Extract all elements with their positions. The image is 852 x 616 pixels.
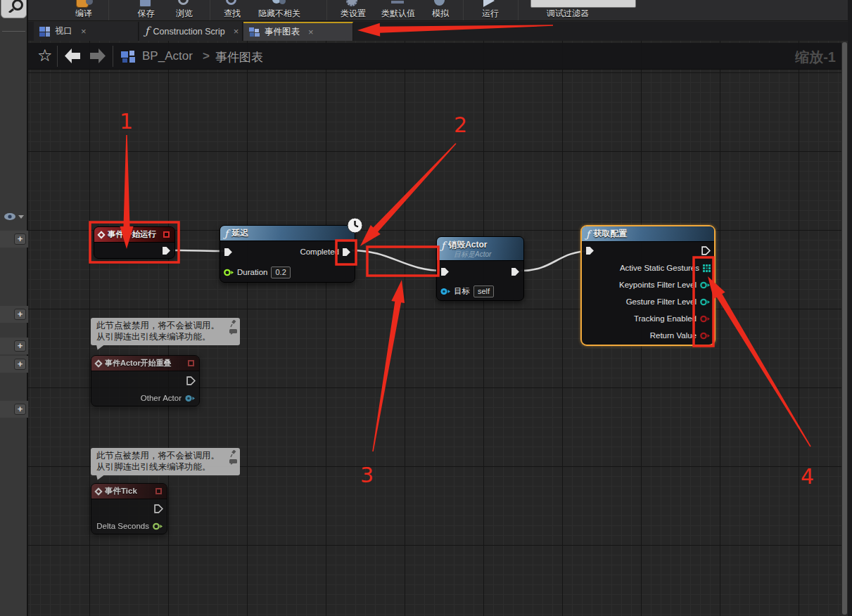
pin-label-delta-seconds: Delta Seconds	[96, 522, 149, 530]
object-pin-icon[interactable]	[185, 394, 196, 402]
duration-value-field[interactable]: 0.2	[271, 267, 290, 278]
toolbar-separator	[210, 0, 210, 21]
blueprint-editor-window: + + + + + 编译 保存 浏览 查找	[0, 0, 852, 616]
find-button[interactable]: 查找	[214, 0, 250, 21]
simulate-button[interactable]: 模拟	[422, 0, 459, 21]
functions-section-band: +	[0, 306, 28, 323]
note-line: 此节点被禁用，将不会被调用。	[96, 320, 222, 331]
comment-bubble-icon[interactable]	[229, 459, 237, 465]
node-delay[interactable]: ƒ 延迟 Completed Duration	[220, 225, 355, 283]
macros-section-band: +	[0, 338, 28, 354]
comment-bubble-icon[interactable]	[229, 329, 237, 335]
node-header: ƒ 获取配置	[582, 226, 714, 242]
debug-filter-dropdown[interactable]: 调试过滤器	[529, 0, 606, 21]
note-line: 从引脚连出引线来编译功能。	[96, 331, 222, 342]
completed-exec-out-pin[interactable]	[342, 248, 351, 257]
class-settings-button[interactable]: 类设置	[332, 0, 374, 21]
exec-out-pin[interactable]	[511, 267, 520, 276]
tab-label: 事件图表	[265, 26, 300, 38]
separator	[57, 46, 58, 67]
compile-button[interactable]: 编译	[62, 0, 106, 21]
event-icon	[97, 231, 105, 238]
exec-out-pin[interactable]	[162, 246, 171, 255]
compile-icon-gear	[86, 0, 93, 5]
add-function-button[interactable]: +	[14, 309, 26, 320]
tab-viewport[interactable]: 视口 ×	[34, 22, 139, 41]
node-destroy-actor[interactable]: ƒ 销毁Actor 目标是Actor 目标 self	[436, 236, 524, 301]
browse-button[interactable]: 浏览	[166, 0, 203, 21]
add-variable-button[interactable]: +	[14, 359, 26, 370]
node-header: 事件Tick	[91, 484, 167, 499]
hide-unrelated-button[interactable]: 隐藏不相关	[250, 0, 308, 21]
pin-label-active-static-gestures: Active Static Gestures	[620, 264, 699, 272]
node-actor-begin-overlap[interactable]: 事件Actor开始重叠 Other Actor	[91, 355, 200, 406]
debug-filter-field[interactable]	[530, 0, 636, 8]
search-input[interactable]	[1, 0, 27, 18]
pin-icon[interactable]	[230, 320, 236, 328]
viewport-icon	[39, 27, 51, 37]
float-pin-icon[interactable]	[153, 522, 163, 530]
function-icon: ƒ	[224, 229, 228, 238]
duration-float-pin[interactable]	[224, 269, 234, 276]
toolbar-separator	[518, 0, 519, 21]
wire-beginplay-delay	[173, 250, 227, 251]
add-dispatcher-button[interactable]: +	[14, 404, 26, 415]
target-object-pin[interactable]	[440, 288, 451, 295]
exec-out-pin[interactable]	[154, 504, 163, 513]
exec-out-pin[interactable]	[186, 376, 196, 385]
close-icon[interactable]: ×	[234, 26, 239, 37]
star-icon[interactable]: ☆	[37, 46, 53, 65]
exec-out-pin[interactable]	[701, 246, 711, 255]
node-header: ƒ 延迟	[220, 226, 355, 241]
breadcrumb-separator: >	[203, 49, 210, 63]
node-title: 事件开始运行	[108, 229, 156, 240]
pin-label-target: 目标	[454, 286, 470, 297]
class-defaults-button[interactable]: 类默认值	[374, 0, 422, 21]
exec-in-pin[interactable]	[585, 246, 595, 255]
add-macro-button[interactable]: +	[14, 340, 26, 352]
visibility-filter-button[interactable]	[4, 212, 26, 222]
browse-icon	[178, 0, 189, 5]
node-event-tick[interactable]: 事件Tick Delta Seconds	[91, 483, 167, 534]
enum-pin-icon[interactable]	[700, 281, 711, 289]
pin-label-gesture-filter: Gesture Filter Level	[626, 297, 697, 306]
pin-label-other-actor: Other Actor	[141, 394, 182, 402]
forward-arrow-icon[interactable]	[90, 49, 106, 63]
disabled-node-note: 此节点被禁用，将不会被调用。 从引脚连出引线来编译功能。	[91, 448, 240, 475]
play-button[interactable]: 运行	[470, 0, 511, 21]
class-settings-icon	[346, 0, 357, 6]
event-graph-canvas[interactable]: ☆ BP_Actor > 事件图表 缩放-1	[28, 41, 841, 616]
bool-pin-icon[interactable]	[700, 315, 711, 323]
note-line: 从引脚连出引线来编译功能。	[96, 461, 222, 473]
editor-only-badge	[163, 231, 170, 238]
target-value-field[interactable]: self	[473, 285, 494, 297]
node-title: 事件Tick	[105, 486, 137, 496]
pin-label-return-value: Return Value	[650, 331, 697, 340]
tab-label: Construction Scrip	[153, 27, 225, 37]
node-event-beginplay[interactable]: 事件开始运行	[94, 226, 175, 259]
bool-pin-icon[interactable]	[700, 332, 711, 340]
hide-unrelated-icon-2	[279, 0, 286, 4]
scrollbar-thumb[interactable]	[842, 42, 847, 615]
close-icon[interactable]: ×	[81, 26, 87, 37]
toolbar-separator	[108, 0, 109, 21]
vertical-scrollbar[interactable]	[841, 41, 848, 616]
node-get-config[interactable]: ƒ 获取配置 Active Static Gestures Keypoints …	[580, 225, 716, 346]
eye-icon	[4, 212, 16, 221]
back-arrow-icon[interactable]	[65, 49, 80, 63]
array-pin-icon[interactable]	[703, 264, 711, 272]
enum-pin-icon[interactable]	[700, 298, 711, 306]
tab-construction-script[interactable]: ƒ Construction Scrip ×	[139, 22, 243, 41]
zoom-level-label: 缩放-1	[795, 48, 836, 67]
exec-in-pin[interactable]	[224, 248, 233, 257]
simulate-icon	[434, 0, 445, 6]
node-header: 事件Actor开始重叠	[91, 356, 199, 371]
exec-in-pin[interactable]	[440, 267, 450, 276]
my-blueprint-collapsed-panel: + + + + +	[0, 0, 28, 616]
pin-icon[interactable]	[230, 450, 236, 458]
close-icon[interactable]: ×	[308, 27, 314, 37]
tab-event-graph[interactable]: 事件图表 ×	[243, 22, 353, 41]
save-button[interactable]: 保存	[127, 0, 165, 21]
add-graph-button[interactable]: +	[14, 233, 26, 245]
breadcrumb-asset[interactable]: BP_Actor	[142, 49, 193, 63]
